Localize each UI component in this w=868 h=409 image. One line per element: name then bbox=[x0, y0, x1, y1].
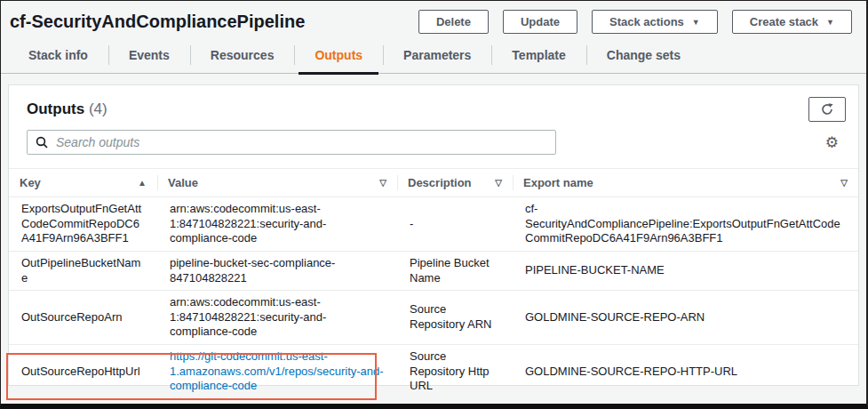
cloudformation-stack-page: cf-SecurityAndCompliancePipeline Delete … bbox=[0, 0, 868, 409]
output-export-name: cf-SecurityAndCompliancePipeline:Exports… bbox=[513, 197, 858, 252]
create-stack-button-label: Create stack bbox=[750, 15, 818, 28]
output-key: OutSourceRepoArn bbox=[9, 291, 157, 345]
column-header-key[interactable]: Key ▲ bbox=[9, 169, 157, 197]
update-button[interactable]: Update bbox=[503, 10, 577, 34]
outputs-toolbar: ⚙ bbox=[9, 126, 858, 156]
create-stack-dropdown-button[interactable]: Create stack ▼ bbox=[732, 10, 852, 34]
refresh-button[interactable] bbox=[808, 97, 846, 122]
delete-button-label: Delete bbox=[436, 15, 471, 28]
output-export-name: GOLDMINE-SOURCE-REPO-HTTP-URL bbox=[513, 345, 858, 398]
sort-toggle-icon[interactable]: ▽ bbox=[495, 178, 502, 188]
refresh-icon bbox=[820, 102, 834, 116]
output-key: OutSourceRepoHttpUrl bbox=[9, 345, 157, 398]
stack-action-buttons: Delete Update Stack actions ▼ Create sta… bbox=[418, 10, 852, 34]
table-header-row: Key ▲ Value ▽ Description ▽ Export name … bbox=[9, 169, 858, 197]
tab-events[interactable]: Events bbox=[108, 37, 190, 73]
tab-stack-info[interactable]: Stack info bbox=[8, 37, 108, 73]
page-title: cf-SecurityAndCompliancePipeline bbox=[10, 12, 305, 32]
repo-http-url-link[interactable]: https://git-codecommit.us-east-1.amazona… bbox=[170, 349, 384, 392]
outputs-panel-header: Outputs (4) bbox=[9, 85, 858, 126]
output-export-name: GOLDMINE-SOURCE-REPO-ARN bbox=[513, 291, 858, 345]
table-row: ExportsOutputFnGetAttCodeCommitRepoDC6A4… bbox=[9, 197, 858, 252]
column-header-export-name-label: Export name bbox=[523, 176, 593, 189]
column-header-value-label: Value bbox=[168, 176, 198, 189]
outputs-panel: Outputs (4) ⚙ bbox=[8, 84, 859, 386]
column-header-export-name[interactable]: Export name ▽ bbox=[513, 169, 858, 197]
output-key: OutPipelineBucketName bbox=[9, 251, 157, 290]
output-description: Source Repository Http URL bbox=[397, 345, 513, 398]
output-description: Source Repository ARN bbox=[397, 291, 513, 345]
output-export-name: PIPELINE-BUCKET-NAME bbox=[513, 251, 858, 290]
search-box[interactable] bbox=[27, 130, 556, 155]
tab-outputs[interactable]: Outputs bbox=[294, 37, 383, 73]
column-header-description-label: Description bbox=[408, 176, 472, 189]
search-input[interactable] bbox=[54, 134, 547, 150]
tab-template[interactable]: Template bbox=[491, 37, 585, 73]
output-value: https://git-codecommit.us-east-1.amazona… bbox=[157, 345, 397, 398]
search-icon bbox=[36, 136, 48, 148]
output-value: pipeline-bucket-sec-compliance-847104828… bbox=[157, 251, 397, 290]
table-row: OutSourceRepoHttpUrl https://git-codecom… bbox=[9, 345, 858, 398]
tab-change-sets[interactable]: Change sets bbox=[586, 37, 701, 73]
output-description: Pipeline Bucket Name bbox=[397, 251, 513, 290]
sort-toggle-icon[interactable]: ▽ bbox=[840, 178, 848, 188]
column-header-description[interactable]: Description ▽ bbox=[397, 169, 513, 197]
sort-asc-icon[interactable]: ▲ bbox=[138, 178, 147, 188]
column-header-key-label: Key bbox=[20, 176, 41, 189]
stack-tabs: Stack info Events Resources Outputs Para… bbox=[1, 37, 866, 74]
table-row: OutSourceRepoArn arn:aws:codecommit:us-e… bbox=[9, 291, 858, 345]
update-button-label: Update bbox=[521, 15, 560, 28]
column-header-value[interactable]: Value ▽ bbox=[157, 169, 397, 197]
outputs-title: Outputs (4) bbox=[27, 100, 108, 118]
output-key: ExportsOutputFnGetAttCodeCommitRepoDC6A4… bbox=[9, 197, 157, 252]
delete-button[interactable]: Delete bbox=[418, 10, 489, 34]
output-description: - bbox=[397, 197, 513, 252]
tab-resources[interactable]: Resources bbox=[190, 37, 295, 73]
stack-actions-button-label: Stack actions bbox=[609, 15, 684, 28]
caret-down-icon: ▼ bbox=[692, 19, 700, 27]
caret-down-icon: ▼ bbox=[826, 19, 834, 27]
outputs-title-text: Outputs bbox=[27, 100, 84, 117]
outputs-count: (4) bbox=[89, 100, 108, 117]
output-value: arn:aws:codecommit:us-east-1:84710482822… bbox=[157, 197, 397, 252]
table-row: OutPipelineBucketName pipeline-bucket-se… bbox=[9, 251, 858, 290]
sort-toggle-icon[interactable]: ▽ bbox=[379, 178, 386, 188]
tab-parameters[interactable]: Parameters bbox=[383, 37, 491, 73]
output-value: arn:aws:codecommit:us-east-1:84710482822… bbox=[157, 291, 397, 345]
outputs-table: Key ▲ Value ▽ Description ▽ Export name … bbox=[9, 168, 858, 398]
stack-actions-dropdown-button[interactable]: Stack actions ▼ bbox=[592, 10, 718, 34]
gear-icon[interactable]: ⚙ bbox=[825, 135, 839, 150]
stack-header: cf-SecurityAndCompliancePipeline Delete … bbox=[1, 1, 866, 37]
